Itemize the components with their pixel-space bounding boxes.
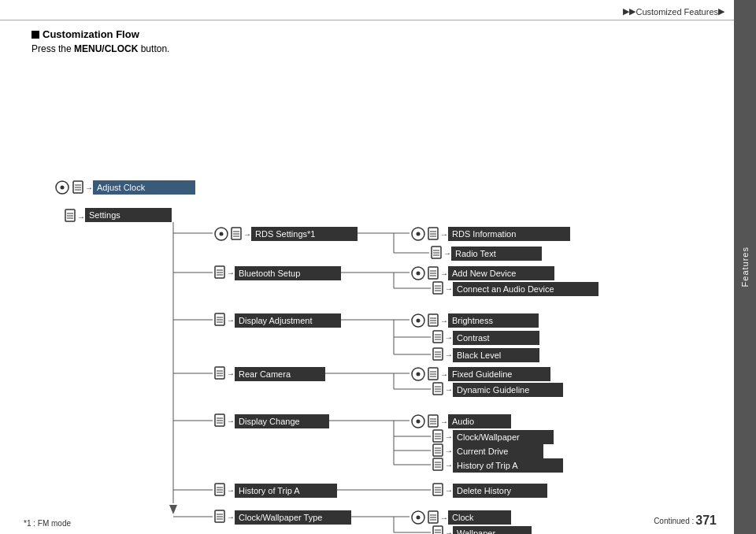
continued-section: Continued : 371 (654, 514, 717, 528)
arrow-bt: → (227, 269, 235, 277)
scroll-disp (215, 313, 224, 325)
knob-icon-adjust (56, 181, 69, 194)
arrow-adjust: → (85, 184, 93, 192)
scroll-contrast (433, 331, 443, 343)
arrow-fg: → (440, 370, 448, 379)
section-title-text: Customization Flow (43, 28, 139, 40)
arrow-contrast: → (445, 333, 453, 342)
knob-rds (215, 228, 228, 240)
adjust-clock-label: Adjust Clock (97, 183, 146, 192)
brightness-label: Brightness (452, 316, 493, 325)
knob-audio (412, 415, 424, 428)
arrow-dg: → (445, 385, 453, 394)
scroll-bt (215, 266, 224, 278)
breadcrumb-suffix: ▶ (718, 6, 724, 17)
scroll-rear (215, 367, 224, 379)
add-device-label: Add New Device (452, 269, 516, 278)
arrow-audio: → (440, 417, 448, 426)
arrow-rt: → (443, 249, 451, 258)
arrow-bl: → (445, 350, 453, 359)
breadcrumb-arrows: ▶▶ (623, 6, 636, 17)
svg-point-1 (37, 69, 41, 73)
audio-label: Audio (452, 417, 474, 426)
clock-wall-label: Clock/Wallpaper (457, 432, 520, 442)
disp-adj-label: Display Adjustment (239, 316, 313, 325)
press-prefix: Press the (32, 43, 74, 54)
svg-rect-2 (32, 64, 42, 76)
dynamic-guide-label: Dynamic Guideline (457, 385, 529, 395)
page-number: 371 (695, 514, 717, 528)
arrow-hist: → (227, 486, 235, 495)
arrow-disp: → (227, 316, 235, 324)
arrow-cw2: → (445, 432, 453, 441)
press-instruction: Press the MENU/CLOCK button. (32, 43, 717, 54)
fixed-guide-label: Fixed Guideline (452, 369, 512, 379)
scroll-bright (428, 314, 438, 326)
arrow-rear: → (227, 369, 235, 378)
scroll-hta (433, 458, 443, 470)
scroll-rt (432, 247, 441, 258)
rds-info-label: RDS Information (452, 229, 516, 239)
knob-fg (412, 368, 424, 380)
page-header-title: Customized Features (636, 7, 718, 17)
hist-trip-label: History of Trip A (457, 461, 518, 470)
hist-label: History of Trip A (239, 486, 300, 495)
scroll-dg (433, 383, 443, 395)
arrow-rdsi: → (440, 230, 448, 239)
scroll-hist (215, 484, 224, 495)
settings-label: Settings (89, 210, 120, 220)
scroll-rdsi (428, 228, 438, 239)
footnote: *1 : FM mode (24, 519, 71, 528)
scroll-icon-adjust (73, 181, 83, 193)
section-title: Customization Flow (32, 28, 717, 40)
connect-audio-label: Connect an Audio Device (457, 284, 554, 294)
scroll-cd (433, 444, 443, 456)
dc-label: Display Change (239, 417, 300, 426)
page-header: ▶▶ Customized Features ▶ (0, 0, 756, 20)
section-bullet (32, 31, 39, 39)
scroll-bl (433, 348, 443, 360)
svg-point-0 (32, 65, 45, 77)
scroll-and (428, 267, 438, 279)
press-suffix: button. (138, 43, 169, 54)
rear-label: Rear Camera (239, 369, 291, 379)
arrow-rds: → (243, 230, 251, 239)
arrow-dh: → (445, 486, 453, 495)
rds-settings-label: RDS Settings*1 (255, 229, 315, 239)
scroll-rds (232, 228, 241, 239)
continued-text: Continued : (654, 517, 694, 525)
wallpaper-label: Wallpaper (457, 528, 495, 534)
main-content: Customization Flow Press the MENU/CLOCK … (0, 25, 756, 476)
arrow-cd: → (445, 447, 453, 455)
radio-text-label: Radio Text (455, 249, 496, 258)
scroll-fg (428, 368, 438, 380)
page-footer: *1 : FM mode Continued : 371 (24, 514, 717, 528)
scroll-icon-settings (65, 210, 75, 221)
arrow-settings: → (77, 213, 85, 221)
arrow-hta: → (445, 461, 453, 469)
flow-diagram: → Adjust Clock → Settings → RDS Settings… (32, 64, 732, 473)
arrow-cad: → (445, 284, 453, 293)
arrow-dc: → (227, 417, 235, 425)
knob-rdsi (412, 228, 424, 240)
arrow-wp: → (445, 528, 453, 534)
scroll-dh (433, 484, 443, 495)
scroll-audio (428, 415, 438, 427)
button-name: MENU/CLOCK (74, 43, 138, 54)
knob-and (412, 267, 424, 280)
delete-hist-label: Delete History (457, 486, 512, 495)
scroll-cw2 (433, 430, 443, 442)
knob-bright (412, 314, 424, 327)
scroll-cad (433, 282, 443, 294)
bt-label: Bluetooth Setup (239, 269, 300, 278)
arrow-bright: → (440, 317, 448, 325)
black-level-label: Black Level (457, 350, 501, 360)
contrast-label: Contrast (457, 333, 490, 343)
arrow-and: → (440, 269, 448, 278)
current-drive-label: Current Drive (457, 447, 508, 456)
scroll-dc (215, 414, 224, 426)
